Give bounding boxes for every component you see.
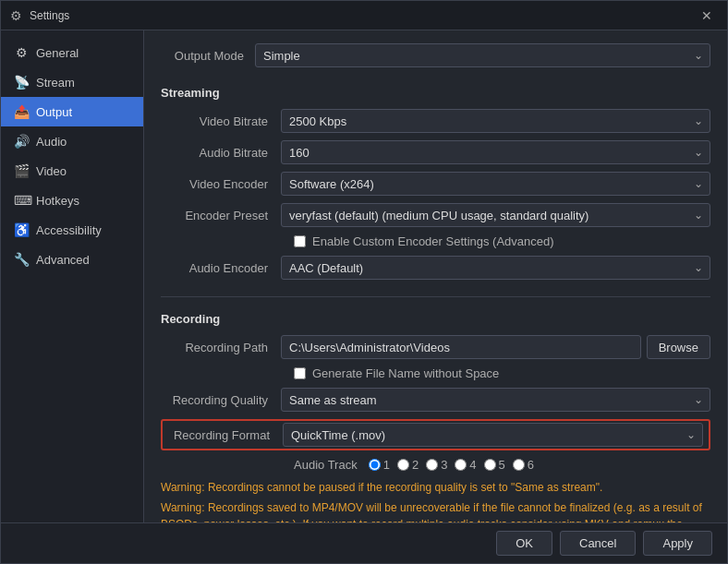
sidebar-item-stream[interactable]: 📡 Stream <box>1 67 143 97</box>
audio-encoder-label: Audio Encoder <box>161 261 281 275</box>
recording-quality-row: Recording Quality Same as stream <box>161 388 710 412</box>
audio-track-label-1: 1 <box>383 458 390 472</box>
audio-bitrate-label: Audio Bitrate <box>161 146 281 160</box>
sidebar-item-label: Advanced <box>36 253 90 267</box>
cancel-button[interactable]: Cancel <box>560 531 636 556</box>
sidebar-item-hotkeys[interactable]: ⌨ Hotkeys <box>1 186 143 215</box>
audio-track-4: 4 <box>455 458 476 472</box>
sidebar-item-accessibility[interactable]: ♿ Accessibility <box>1 215 143 245</box>
section-divider <box>161 296 710 297</box>
encoder-preset-select[interactable]: veryfast (default) (medium CPU usage, st… <box>281 203 710 227</box>
stream-icon: 📡 <box>14 75 29 90</box>
hotkeys-icon: ⌨ <box>14 193 29 208</box>
custom-encoder-checkbox[interactable] <box>294 235 306 247</box>
recording-section-title: Recording <box>161 312 710 326</box>
video-encoder-label: Video Encoder <box>161 177 281 191</box>
video-icon: 🎬 <box>14 163 29 178</box>
output-icon: 📤 <box>14 104 29 119</box>
streaming-section: Streaming Video Bitrate 2500 Kbps Audio … <box>161 82 710 287</box>
output-mode-label: Output Mode <box>161 49 244 63</box>
general-icon: ⚙ <box>14 45 29 60</box>
recording-path-label: Recording Path <box>161 341 281 354</box>
bottom-bar: OK Cancel Apply <box>1 522 727 563</box>
video-encoder-select[interactable]: Software (x264) <box>281 172 710 196</box>
audio-icon: 🔊 <box>14 134 29 149</box>
apply-button[interactable]: Apply <box>643 531 712 556</box>
recording-quality-label: Recording Quality <box>161 393 281 407</box>
sidebar-item-label: Hotkeys <box>36 194 79 208</box>
output-mode-row: Output Mode Simple Advanced <box>161 43 710 67</box>
encoder-preset-row: Encoder Preset veryfast (default) (mediu… <box>161 203 710 227</box>
sidebar-item-label: Audio <box>36 135 67 149</box>
sidebar: ⚙ General 📡 Stream 📤 Output 🔊 Audio 🎬 Vi… <box>1 30 144 522</box>
custom-encoder-row: Enable Custom Encoder Settings (Advanced… <box>294 234 710 248</box>
recording-format-row: Recording Format QuickTime (.mov) MP4 MK… <box>161 419 710 450</box>
settings-icon: ⚙ <box>10 8 22 23</box>
audio-track-label: Audio Track <box>294 458 358 472</box>
recording-path-row: Recording Path C:\Users\Administrator\Vi… <box>161 335 710 359</box>
sidebar-item-advanced[interactable]: 🔧 Advanced <box>1 245 143 274</box>
audio-bitrate-select[interactable]: 160 <box>281 140 710 164</box>
audio-track-radio-3[interactable] <box>426 459 438 471</box>
audio-track-3: 3 <box>426 458 447 472</box>
audio-track-1: 1 <box>369 458 390 472</box>
sidebar-item-video[interactable]: 🎬 Video <box>1 156 143 186</box>
video-bitrate-row: Video Bitrate 2500 Kbps <box>161 109 710 133</box>
recording-format-label: Recording Format <box>163 428 283 442</box>
audio-track-radio-1[interactable] <box>369 459 381 471</box>
ok-button[interactable]: OK <box>496 531 552 556</box>
video-bitrate-select[interactable]: 2500 Kbps <box>281 109 710 133</box>
audio-track-5: 5 <box>484 458 505 472</box>
audio-track-radio-5[interactable] <box>484 459 496 471</box>
sidebar-item-general[interactable]: ⚙ General <box>1 38 143 67</box>
settings-window: ⚙ Settings ✕ ⚙ General 📡 Stream 📤 Output… <box>0 0 728 564</box>
sidebar-item-label: Output <box>36 105 72 119</box>
sidebar-item-audio[interactable]: 🔊 Audio <box>1 126 143 156</box>
recording-format-select[interactable]: QuickTime (.mov) MP4 MKV TS M3U8 FLV <box>283 423 703 447</box>
audio-track-label-5: 5 <box>499 458 505 472</box>
audio-track-label-3: 3 <box>441 458 447 472</box>
audio-track-label-4: 4 <box>469 458 476 472</box>
sidebar-item-output[interactable]: 📤 Output <box>1 97 143 126</box>
streaming-section-title: Streaming <box>161 86 710 100</box>
browse-button[interactable]: Browse <box>647 335 710 359</box>
content-area: Output Mode Simple Advanced Streaming Vi… <box>144 30 727 522</box>
audio-encoder-select[interactable]: AAC (Default) <box>281 256 710 280</box>
sidebar-item-label: Video <box>36 164 67 178</box>
advanced-icon: 🔧 <box>14 252 29 267</box>
recording-path-input[interactable]: C:\Users\Administrator\Videos <box>281 335 641 359</box>
video-encoder-row: Video Encoder Software (x264) <box>161 172 710 196</box>
sidebar-item-label: Stream <box>36 76 75 90</box>
titlebar: ⚙ Settings ✕ <box>1 1 727 30</box>
audio-track-2: 2 <box>397 458 419 472</box>
generate-filename-row: Generate File Name without Space <box>294 366 710 380</box>
audio-track-6: 6 <box>513 458 534 472</box>
titlebar-left: ⚙ Settings <box>10 8 69 23</box>
close-button[interactable]: ✕ <box>696 6 718 25</box>
titlebar-title: Settings <box>30 9 69 22</box>
audio-track-radio-4[interactable] <box>455 459 467 471</box>
audio-track-row: Audio Track 1 2 3 4 <box>294 458 710 472</box>
sidebar-item-label: General <box>36 46 79 60</box>
main-content: ⚙ General 📡 Stream 📤 Output 🔊 Audio 🎬 Vi… <box>1 30 727 522</box>
output-mode-select-wrapper: Simple Advanced <box>255 43 710 67</box>
recording-quality-select[interactable]: Same as stream <box>281 388 710 412</box>
warning-text-1: Warning: Recordings cannot be paused if … <box>161 479 710 496</box>
audio-track-radio-2[interactable] <box>397 459 409 471</box>
generate-filename-checkbox[interactable] <box>294 367 306 379</box>
sidebar-item-label: Accessibility <box>36 223 102 237</box>
audio-bitrate-row: Audio Bitrate 160 <box>161 140 710 164</box>
generate-filename-label: Generate File Name without Space <box>312 366 499 380</box>
accessibility-icon: ♿ <box>14 222 29 237</box>
audio-track-radio-6[interactable] <box>513 459 525 471</box>
output-mode-select[interactable]: Simple Advanced <box>255 43 710 67</box>
video-bitrate-label: Video Bitrate <box>161 114 281 128</box>
audio-encoder-row: Audio Encoder AAC (Default) <box>161 256 710 280</box>
audio-track-label-6: 6 <box>528 458 534 472</box>
warning-text-2: Warning: Recordings saved to MP4/MOV wil… <box>161 499 710 522</box>
encoder-preset-label: Encoder Preset <box>161 209 281 222</box>
custom-encoder-label: Enable Custom Encoder Settings (Advanced… <box>312 234 554 248</box>
recording-section: Recording Recording Path C:\Users\Admini… <box>161 308 710 522</box>
audio-track-label-2: 2 <box>412 458 419 472</box>
